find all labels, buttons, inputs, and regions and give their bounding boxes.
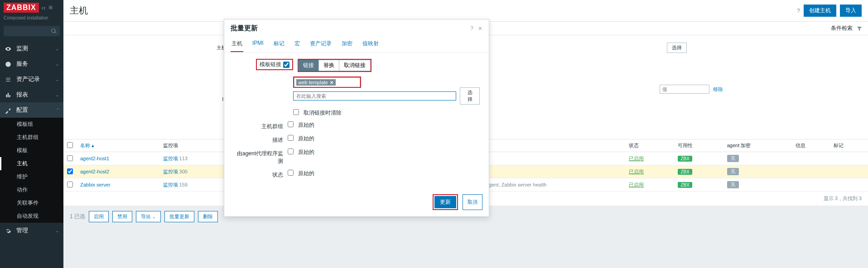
status-link[interactable]: 已启用 bbox=[629, 169, 644, 174]
items-link[interactable]: 监控项 bbox=[163, 182, 178, 187]
row-checkbox[interactable] bbox=[67, 155, 73, 161]
sidebar-search-input[interactable] bbox=[6, 28, 51, 34]
chevron-down-icon: ⌄ bbox=[55, 46, 59, 51]
disable-button[interactable]: 禁用 bbox=[112, 211, 132, 222]
modal-close-icon[interactable]: ✕ bbox=[478, 25, 482, 32]
seg-replace[interactable]: 替换 bbox=[318, 60, 339, 71]
col-info[interactable]: 信息 bbox=[792, 139, 830, 152]
col-status[interactable]: 状态 bbox=[625, 139, 674, 152]
clear-on-unlink-label: 取消链接时清除 bbox=[304, 109, 342, 117]
status-link[interactable]: 已启用 bbox=[629, 182, 644, 187]
items-link[interactable]: 监控项 bbox=[163, 169, 178, 174]
col-tags[interactable]: 标记 bbox=[830, 139, 868, 152]
mtab-valuemap[interactable]: 值映射 bbox=[362, 37, 380, 52]
modal-row-checkbox[interactable] bbox=[288, 121, 294, 127]
chevron-down-icon: ⌄ bbox=[55, 77, 59, 82]
template-link-checkbox[interactable] bbox=[283, 62, 289, 68]
mtab-tags[interactable]: 标记 bbox=[273, 37, 285, 52]
sidebar-item-admin[interactable]: 管理⌄ bbox=[0, 223, 63, 238]
chart-icon bbox=[5, 91, 12, 98]
filter-ip-label: IF bbox=[72, 96, 227, 102]
import-button[interactable]: 导入 bbox=[840, 5, 862, 17]
sub-templates[interactable]: 模板 bbox=[0, 144, 63, 157]
modal-row-checkbox[interactable] bbox=[288, 170, 294, 176]
template-link-label: 模板链接 bbox=[260, 61, 281, 68]
host-name-link[interactable]: agent2-host2 bbox=[80, 169, 109, 174]
config-submenu: 模板组 主机群组 模板 主机 维护 动作 关联事件 自动发现 bbox=[0, 118, 63, 223]
enable-button[interactable]: 启用 bbox=[89, 211, 109, 222]
help-icon[interactable]: ? bbox=[797, 8, 800, 14]
clear-on-unlink-checkbox[interactable] bbox=[293, 109, 299, 115]
col-agent-enc[interactable]: agent 加密 bbox=[723, 139, 792, 152]
modal-row-checkbox[interactable] bbox=[288, 148, 294, 154]
sub-maintenance[interactable]: 维护 bbox=[0, 170, 63, 183]
search-icon[interactable] bbox=[51, 28, 57, 34]
modal-body: 模板链接 链接 替换 取消链接 web template bbox=[224, 53, 489, 190]
modal-help-icon[interactable]: ? bbox=[470, 25, 473, 32]
menu-icon[interactable]: ≡ bbox=[48, 4, 53, 12]
mtab-ipmi[interactable]: IPMI bbox=[251, 37, 265, 52]
encryption-badge: 无 bbox=[727, 181, 739, 188]
create-host-button[interactable]: 创建主机 bbox=[804, 5, 836, 17]
update-button[interactable]: 更新 bbox=[434, 196, 456, 208]
modal-row-label: 状态 bbox=[233, 170, 283, 179]
update-button-highlight: 更新 bbox=[433, 194, 458, 210]
filter-select-button[interactable]: 选择 bbox=[667, 43, 687, 53]
col-name[interactable]: 名称 ▴ bbox=[77, 139, 159, 152]
sub-correlation[interactable]: 关联事件 bbox=[0, 196, 63, 210]
col-availability[interactable]: 可用性 bbox=[674, 139, 723, 152]
modal-row-checkbox[interactable] bbox=[288, 135, 294, 141]
export-button[interactable]: 导出⌄ bbox=[136, 211, 161, 222]
brand-logo: ZABBIX bbox=[4, 3, 39, 13]
mtab-inventory[interactable]: 资产记录 bbox=[309, 37, 333, 52]
sub-actions[interactable]: 动作 bbox=[0, 183, 63, 196]
mtab-host[interactable]: 主机 bbox=[231, 37, 243, 52]
tag-remove-link[interactable]: 移除 bbox=[713, 86, 723, 93]
host-name-link[interactable]: agent2-host1 bbox=[80, 156, 109, 161]
cancel-button[interactable]: 取消 bbox=[463, 194, 482, 210]
filter-toggle-label[interactable]: 条件检索 bbox=[831, 24, 853, 32]
mtab-encryption[interactable]: 加密 bbox=[341, 37, 353, 52]
seg-unlink[interactable]: 取消链接 bbox=[339, 60, 371, 71]
encryption-badge: 无 bbox=[727, 168, 739, 175]
modal-row-value: 原始的 bbox=[298, 170, 314, 177]
zbx-badge: ZBX bbox=[678, 182, 692, 188]
row-checkbox[interactable] bbox=[67, 182, 73, 187]
sub-host-groups[interactable]: 主机群组 bbox=[0, 131, 63, 144]
sidebar-item-inventory[interactable]: 资产记录⌄ bbox=[0, 72, 63, 87]
sub-template-groups[interactable]: 模板组 bbox=[0, 118, 63, 131]
mtab-macros[interactable]: 宏 bbox=[294, 37, 301, 52]
chip-remove-icon[interactable]: ✕ bbox=[330, 80, 333, 85]
template-search-input[interactable] bbox=[293, 91, 457, 100]
sidebar-item-monitor[interactable]: 监测⌄ bbox=[0, 41, 63, 56]
delete-button[interactable]: 删除 bbox=[198, 211, 218, 222]
template-link-label-box: 模板链接 bbox=[256, 59, 293, 70]
zbx-badge: ZBX bbox=[678, 156, 692, 162]
clock-icon bbox=[5, 60, 12, 67]
sub-hosts[interactable]: 主机 bbox=[0, 157, 63, 170]
status-link[interactable]: 已启用 bbox=[629, 156, 644, 161]
sidebar-search[interactable] bbox=[4, 26, 60, 36]
eye-icon bbox=[5, 45, 12, 52]
items-link[interactable]: 监控项 bbox=[163, 156, 178, 161]
tag-value-input[interactable] bbox=[660, 85, 709, 94]
sidebar-item-services[interactable]: 服务⌄ bbox=[0, 56, 63, 72]
template-chip-box: web template ✕ bbox=[293, 77, 361, 88]
sidebar-item-config[interactable]: 配置˄ bbox=[0, 102, 63, 118]
encryption-badge: 无 bbox=[727, 155, 739, 162]
sub-discovery[interactable]: 自动发现 bbox=[0, 210, 63, 223]
modal-row-label: 描述 bbox=[233, 135, 283, 144]
row-checkbox[interactable] bbox=[67, 168, 73, 174]
template-select-button[interactable]: 选择 bbox=[460, 87, 480, 105]
massupdate-button[interactable]: 批量更新 bbox=[164, 211, 194, 222]
filter-icon[interactable] bbox=[856, 25, 863, 32]
modal-footer: 更新 取消 bbox=[224, 190, 489, 216]
chevron-down-icon: ⌄ bbox=[55, 228, 59, 233]
col-items[interactable]: 监控项 bbox=[159, 139, 230, 152]
select-all-checkbox[interactable] bbox=[67, 142, 73, 148]
collapse-icon[interactable]: ‹‹ bbox=[42, 4, 46, 11]
modal-row-value: 原始的 bbox=[298, 135, 314, 143]
host-name-link[interactable]: Zabbix server bbox=[80, 182, 111, 187]
sidebar-item-reports[interactable]: 报表⌄ bbox=[0, 87, 63, 102]
seg-link[interactable]: 链接 bbox=[298, 60, 319, 71]
